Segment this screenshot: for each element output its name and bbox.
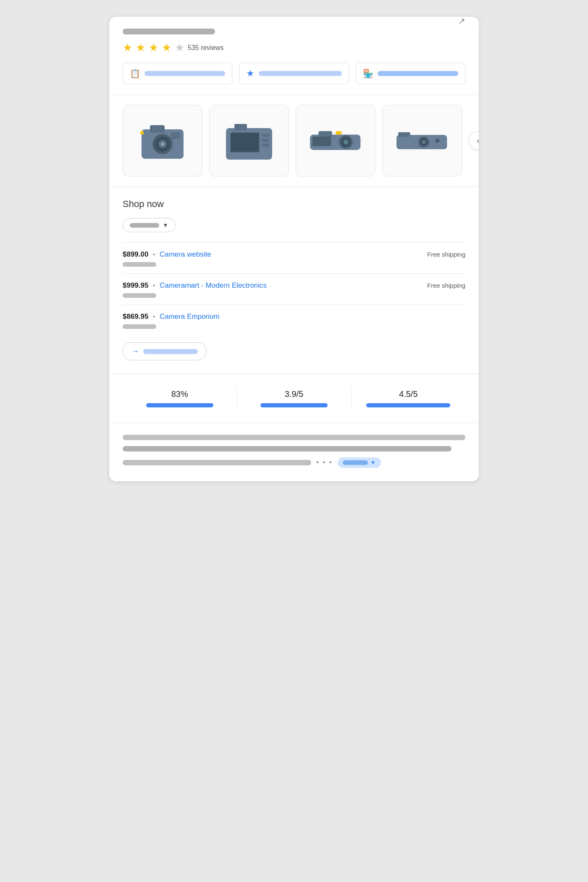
svg-rect-2	[140, 131, 144, 134]
camera-image-4[interactable]	[382, 105, 462, 176]
listing-2-price-store: $999.95 • Cameramart - Modern Electronic…	[123, 281, 267, 290]
shop-section: Shop now ▼ $899.00 • Camera website Free…	[109, 187, 479, 374]
shop-title: Shop now	[123, 199, 465, 210]
stat-recommend: 83%	[123, 386, 237, 411]
svg-rect-11	[231, 133, 259, 152]
store-icon: 🏪	[363, 68, 373, 79]
next-image-button[interactable]: ›	[469, 131, 479, 150]
svg-point-20	[344, 140, 348, 144]
show-more-button[interactable]: ▼	[338, 457, 381, 468]
stat-rating2: 4.5/5	[352, 386, 465, 411]
star-icon: ★	[246, 68, 255, 79]
star-3: ★	[149, 41, 158, 54]
listing-1-shipping: Free shipping	[427, 251, 465, 258]
review-count: 535 reviews	[188, 44, 223, 52]
star-4: ★	[162, 41, 171, 54]
see-more-button[interactable]: →	[123, 342, 207, 360]
stat-rating2-value: 4.5/5	[399, 389, 417, 399]
listing-3-sep: •	[153, 313, 155, 320]
listing-3: $869.95 • Camera Emporium	[123, 304, 465, 336]
text-line-3	[123, 460, 311, 465]
images-section: ›	[109, 95, 479, 187]
filter-label-bar	[130, 223, 159, 228]
stat-rating2-bar	[366, 403, 450, 407]
listing-3-price: $869.95	[123, 312, 148, 320]
stats-section: 83% 3.9/5 4.5/5	[109, 374, 479, 423]
camera-image-1[interactable]	[123, 105, 202, 176]
camera-svg-3	[308, 118, 363, 164]
more-arrow-icon: →	[131, 347, 139, 356]
listing-2-top: $999.95 • Cameramart - Modern Electronic…	[123, 281, 465, 290]
svg-rect-1	[150, 125, 165, 133]
listing-3-price-store: $869.95 • Camera Emporium	[123, 312, 220, 321]
more-label-bar	[143, 349, 198, 354]
action-btn-label-1	[144, 71, 225, 76]
listing-3-store[interactable]: Camera Emporium	[160, 312, 220, 320]
listing-1-price-store: $899.00 • Camera website	[123, 250, 211, 259]
filter-chevron-icon: ▼	[163, 222, 168, 228]
show-more-chevron-icon: ▼	[370, 459, 376, 466]
text-line-1	[123, 435, 465, 440]
action-btn-label-2	[259, 71, 341, 76]
camera-svg-1	[135, 118, 190, 164]
svg-rect-17	[336, 131, 342, 134]
listing-3-sub	[123, 324, 156, 329]
stat-rating1-value: 3.9/5	[285, 389, 303, 399]
listing-2-store[interactable]: Cameramart - Modern Electronics	[160, 281, 267, 289]
product-card: ↗ ★ ★ ★ ★ ★ 535 reviews 📋 ★ 🏪	[109, 17, 479, 481]
svg-rect-16	[318, 131, 332, 137]
text-section: • • • ▼	[109, 423, 479, 481]
stat-recommend-value: 83%	[171, 389, 188, 399]
listing-2-sep: •	[153, 282, 155, 289]
listing-1-store[interactable]: Camera website	[160, 250, 211, 258]
svg-rect-12	[262, 134, 269, 137]
svg-point-6	[161, 142, 164, 146]
stat-recommend-bar	[146, 403, 213, 407]
camera-image-3[interactable]	[296, 105, 375, 176]
show-more-label-bar	[343, 460, 368, 465]
share-icon[interactable]: ↗	[458, 17, 465, 26]
listing-1-price: $899.00	[123, 250, 148, 258]
camera-image-2[interactable]	[209, 105, 289, 176]
svg-point-28	[436, 140, 438, 142]
list-icon: 📋	[130, 68, 140, 79]
header-section: ↗ ★ ★ ★ ★ ★ 535 reviews 📋 ★ 🏪	[109, 17, 479, 95]
listing-1-sep: •	[153, 251, 155, 258]
svg-rect-14	[262, 144, 269, 147]
svg-rect-13	[262, 139, 269, 142]
camera-svg-4	[395, 118, 449, 164]
filter-button[interactable]: ▼	[123, 218, 176, 232]
stat-rating1-bar	[260, 403, 328, 407]
action-button-store[interactable]: 🏪	[356, 63, 465, 84]
star-2: ★	[136, 41, 145, 54]
listing-2: $999.95 • Cameramart - Modern Electronic…	[123, 273, 465, 304]
action-btn-label-3	[378, 71, 458, 76]
text-line-3-row: • • • ▼	[123, 457, 465, 468]
action-button-save[interactable]: ★	[239, 63, 349, 84]
svg-rect-21	[312, 136, 331, 146]
star-1: ★	[123, 41, 132, 54]
listing-2-sub	[123, 293, 156, 298]
camera-svg-2	[222, 118, 276, 164]
svg-rect-23	[398, 132, 410, 137]
listing-1-sub	[123, 262, 156, 267]
listing-2-price: $999.95	[123, 281, 148, 289]
listing-1: $899.00 • Camera website Free shipping	[123, 242, 465, 273]
star-5-empty: ★	[175, 41, 184, 54]
action-buttons-row: 📋 ★ 🏪	[123, 63, 465, 84]
action-button-list[interactable]: 📋	[123, 63, 232, 84]
listing-1-top: $899.00 • Camera website Free shipping	[123, 250, 465, 259]
stat-rating1: 3.9/5	[237, 386, 351, 411]
rating-row: ★ ★ ★ ★ ★ 535 reviews	[123, 41, 465, 54]
text-line-2	[123, 446, 452, 452]
title-placeholder	[123, 29, 215, 34]
svg-rect-9	[234, 124, 247, 131]
svg-rect-7	[171, 132, 180, 139]
svg-point-26	[422, 140, 425, 144]
ellipsis: • • •	[316, 458, 333, 467]
listing-3-top: $869.95 • Camera Emporium	[123, 312, 465, 321]
listing-2-shipping: Free shipping	[427, 282, 465, 289]
